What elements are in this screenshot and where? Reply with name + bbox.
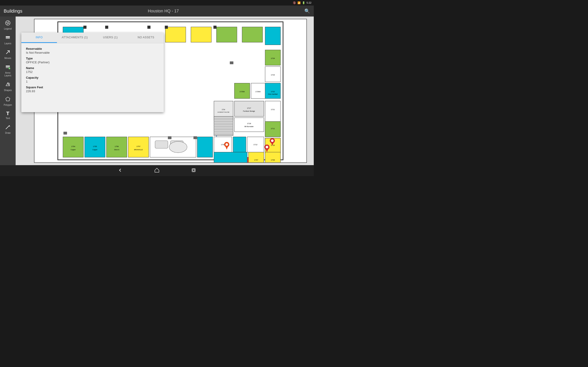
- svg-text:BRONVILLE: BRONVILLE: [134, 149, 143, 150]
- bottom-nav: [0, 165, 314, 176]
- shapes-label: Shapes: [4, 89, 12, 92]
- sidebar-item-polygon[interactable]: Polygon: [1, 94, 15, 108]
- tab-users[interactable]: USERS (1): [93, 33, 128, 43]
- svg-rect-6: [6, 38, 10, 39]
- svg-rect-46: [234, 118, 264, 132]
- sidebar-item-text[interactable]: T Text: [1, 109, 15, 122]
- map-area[interactable]: 1739 RESERVED 1724 1723 1722 Chris VanWa…: [16, 17, 314, 165]
- svg-text:1755: 1755: [93, 145, 97, 148]
- info-tabs: INFO ATTACHMENTS (1) USERS (1) NO ASSETS: [21, 33, 164, 43]
- svg-text:Furniture Storage: Furniture Storage: [243, 110, 255, 112]
- svg-rect-127: [193, 169, 195, 171]
- tab-info[interactable]: INFO: [21, 33, 57, 43]
- svg-text:1721: 1721: [271, 108, 275, 110]
- svg-rect-64: [233, 137, 246, 152]
- app-title: Buildings: [4, 8, 22, 14]
- svg-text:1717: 1717: [247, 107, 251, 109]
- square-feet-label: Square Feet: [26, 85, 159, 89]
- anno-layers-icon: A: [5, 64, 10, 71]
- tab-no-assets[interactable]: NO ASSETS: [128, 33, 164, 43]
- svg-point-5: [7, 22, 9, 24]
- svg-rect-119: [63, 132, 67, 134]
- svg-rect-29: [265, 27, 280, 45]
- svg-text:1724: 1724: [271, 57, 275, 59]
- square-feet-value: 226.93: [26, 90, 159, 93]
- shapes-icon: [5, 82, 10, 88]
- battery-icon: 🔋: [302, 1, 305, 4]
- svg-text:HI-DENS/T FILE RM: HI-DENS/T FILE RM: [217, 111, 229, 113]
- svg-rect-104: [214, 116, 233, 135]
- svg-text:1756: 1756: [115, 145, 119, 148]
- svg-rect-112: [83, 26, 86, 29]
- text-label: Text: [6, 117, 10, 120]
- svg-rect-122: [193, 136, 197, 139]
- svg-text:1754: 1754: [71, 145, 75, 148]
- svg-line-18: [6, 126, 9, 129]
- reservable-value: Is Not Reservable: [26, 51, 159, 54]
- svg-rect-82: [155, 141, 168, 148]
- sidebar-item-layers[interactable]: Layers: [1, 33, 15, 47]
- svg-text:Bill Burrsdale: Bill Burrsdale: [244, 126, 254, 127]
- svg-rect-27: [216, 27, 237, 42]
- polygon-label: Polygon: [4, 104, 12, 106]
- capacity-value: 1: [26, 80, 159, 83]
- svg-text:1712: 1712: [253, 144, 257, 146]
- svg-text:Chris VanWart: Chris VanWart: [268, 93, 278, 95]
- sidebar-item-shapes[interactable]: Shapes: [1, 80, 15, 94]
- svg-text:1708: 1708: [271, 159, 275, 161]
- svg-point-100: [225, 143, 228, 146]
- svg-rect-126: [192, 169, 195, 172]
- name-value: 1752: [26, 70, 159, 74]
- sidebar-item-moves[interactable]: Moves: [1, 48, 15, 61]
- svg-rect-11: [6, 67, 10, 67]
- svg-rect-7: [6, 37, 10, 38]
- svg-text:Copper: Copper: [71, 149, 76, 151]
- back-button[interactable]: [115, 166, 125, 176]
- sidebar-item-legend[interactable]: Legend: [1, 18, 15, 32]
- moves-label: Moves: [4, 57, 11, 60]
- svg-text:1725A: 1725A: [240, 91, 245, 93]
- tab-attachments[interactable]: ATTACHMENTS (1): [57, 33, 93, 43]
- svg-text:1714: 1714: [222, 109, 225, 110]
- layers-label: Layers: [4, 42, 11, 45]
- svg-text:1707: 1707: [254, 159, 258, 161]
- recent-button[interactable]: [189, 166, 198, 176]
- svg-text:1722: 1722: [271, 91, 275, 93]
- moves-icon: [5, 50, 10, 56]
- svg-rect-37: [265, 101, 280, 122]
- signal-muted-icon: 📵: [293, 1, 296, 4]
- svg-rect-116: [213, 26, 216, 29]
- name-label: Name: [26, 66, 159, 70]
- app-bar: Buildings Houston HQ - 17 🔍: [0, 6, 314, 17]
- status-bar: 📵 📶 🔋 5:22: [0, 0, 314, 6]
- svg-text:Copper: Copper: [92, 149, 98, 151]
- svg-rect-115: [165, 26, 168, 29]
- svg-rect-87: [214, 152, 247, 162]
- anno-layers-label: AnnoLayers: [4, 72, 11, 77]
- svg-rect-28: [242, 27, 262, 42]
- svg-rect-113: [105, 26, 108, 29]
- svg-text:Silver A: Silver A: [114, 149, 120, 150]
- legend-icon: [5, 20, 10, 27]
- svg-rect-25: [165, 27, 186, 42]
- search-button[interactable]: 🔍: [304, 8, 310, 14]
- sidebar: Legend Layers Moves: [0, 17, 16, 165]
- svg-rect-8: [6, 36, 10, 37]
- svg-rect-86: [197, 137, 213, 157]
- main-layout: Legend Layers Moves: [0, 17, 314, 165]
- svg-text:A: A: [9, 68, 10, 69]
- svg-rect-12: [6, 66, 10, 66]
- svg-rect-121: [168, 136, 172, 139]
- svg-text:1710: 1710: [271, 144, 275, 146]
- draw-icon: [5, 124, 10, 131]
- home-button[interactable]: [152, 166, 162, 176]
- svg-rect-114: [147, 26, 150, 29]
- type-value: OFFICE (Partner): [26, 60, 159, 64]
- capacity-label: Capacity: [26, 76, 159, 79]
- sidebar-item-anno-layers[interactable]: A AnnoLayers: [1, 62, 15, 79]
- layers-icon: [5, 35, 10, 41]
- svg-text:1757: 1757: [137, 145, 140, 148]
- info-panel: INFO ATTACHMENTS (1) USERS (1) NO ASSETS…: [21, 33, 164, 112]
- sidebar-item-draw[interactable]: Draw: [1, 123, 15, 136]
- wifi-icon: 📶: [297, 1, 301, 4]
